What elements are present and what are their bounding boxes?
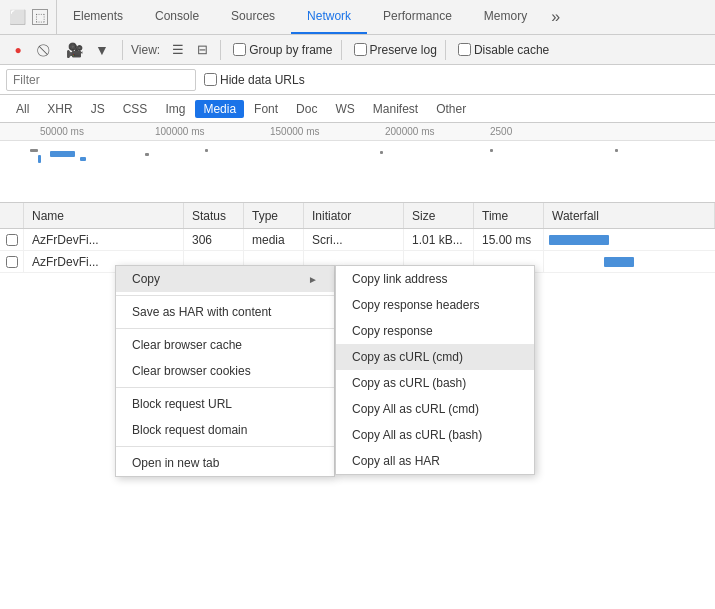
submenu-copy-curl-bash[interactable]: Copy as cURL (bash) <box>336 370 534 396</box>
context-menu-block-domain[interactable]: Block request domain <box>116 417 334 443</box>
td-size-1: 1.01 kB... <box>404 229 474 250</box>
type-filter-js[interactable]: JS <box>83 100 113 118</box>
submenu-copy-response-headers[interactable]: Copy response headers <box>336 292 534 318</box>
ruler-label-3: 150000 ms <box>270 126 319 137</box>
td-time-1: 15.00 ms <box>474 229 544 250</box>
type-filter-doc[interactable]: Doc <box>288 100 325 118</box>
ruler-label-1: 50000 ms <box>40 126 84 137</box>
submenu-copy-all-har[interactable]: Copy all as HAR <box>336 448 534 474</box>
ruler-label-2: 100000 ms <box>155 126 204 137</box>
tab-bar: ⬜ ⬚ ElementsConsoleSourcesNetworkPerform… <box>0 0 715 35</box>
context-menu-block-url[interactable]: Block request URL <box>116 391 334 417</box>
type-filter-xhr[interactable]: XHR <box>39 100 80 118</box>
context-menu-clear-cookies[interactable]: Clear browser cookies <box>116 358 334 384</box>
tab-items: ElementsConsoleSourcesNetworkPerformance… <box>57 0 543 34</box>
type-filter-css[interactable]: CSS <box>115 100 156 118</box>
view-tree-button[interactable]: ⊟ <box>192 40 212 60</box>
type-filter-ws[interactable]: WS <box>327 100 362 118</box>
tab-memory[interactable]: Memory <box>468 0 543 34</box>
context-menu-open-tab[interactable]: Open in new tab <box>116 450 334 476</box>
hide-data-urls-label: Hide data URLs <box>220 73 305 87</box>
context-menu-clear-cache[interactable]: Clear browser cache <box>116 332 334 358</box>
filter-bar: Hide data URLs <box>0 65 715 95</box>
disable-cache-checkbox-group[interactable]: Disable cache <box>458 43 549 57</box>
td-waterfall-2 <box>544 251 715 272</box>
record-button[interactable]: ● <box>6 38 30 62</box>
view-label: View: <box>131 43 160 57</box>
td-name-1: AzFrDevFi... <box>24 229 184 250</box>
th-time: Time <box>474 203 544 228</box>
type-filter-font[interactable]: Font <box>246 100 286 118</box>
divider-4 <box>445 40 446 60</box>
context-menu-copy-label: Copy <box>132 272 160 286</box>
submenu-copy-all-curl-bash[interactable]: Copy All as cURL (bash) <box>336 422 534 448</box>
timeline-area: 50000 ms 100000 ms 150000 ms 200000 ms 2… <box>0 123 715 203</box>
context-menu-box: Copy ► Copy link address Copy response h… <box>115 265 335 477</box>
group-by-frame-label: Group by frame <box>249 43 332 57</box>
ruler-label-5: 2500 <box>490 126 512 137</box>
preserve-log-checkbox-group[interactable]: Preserve log <box>354 43 437 57</box>
separator-2 <box>116 328 334 329</box>
th-status: Status <box>184 203 244 228</box>
hide-data-urls-checkbox[interactable] <box>204 73 217 86</box>
divider-2 <box>220 40 221 60</box>
th-waterfall: Waterfall <box>544 203 715 228</box>
ruler-label-4: 200000 ms <box>385 126 434 137</box>
type-filter-img[interactable]: Img <box>157 100 193 118</box>
filter-input[interactable] <box>6 69 196 91</box>
th-initiator: Initiator <box>304 203 404 228</box>
th-checkbox <box>0 203 24 228</box>
filter-button[interactable]: ▼ <box>90 38 114 62</box>
td-initiator-1: Scri... <box>304 229 404 250</box>
submenu-copy-curl-cmd[interactable]: Copy as cURL (cmd) <box>336 344 534 370</box>
table-row[interactable]: AzFrDevFi... 306 media Scri... 1.01 kB..… <box>0 229 715 251</box>
tab-elements[interactable]: Elements <box>57 0 139 34</box>
th-type: Type <box>244 203 304 228</box>
context-menu-save-har[interactable]: Save as HAR with content <box>116 299 334 325</box>
group-by-frame-checkbox[interactable] <box>233 43 246 56</box>
submenu: Copy link address Copy response headers … <box>335 265 535 475</box>
tab-sources[interactable]: Sources <box>215 0 291 34</box>
submenu-copy-all-curl-cmd[interactable]: Copy All as cURL (cmd) <box>336 396 534 422</box>
td-checkbox-1[interactable] <box>0 229 24 250</box>
th-size: Size <box>404 203 474 228</box>
group-by-frame-checkbox-group[interactable]: Group by frame <box>233 43 332 57</box>
type-filter-manifest[interactable]: Manifest <box>365 100 426 118</box>
divider-3 <box>341 40 342 60</box>
stop-button[interactable]: ⃠ <box>34 38 58 62</box>
separator-3 <box>116 387 334 388</box>
tab-network[interactable]: Network <box>291 0 367 34</box>
context-menu-copy[interactable]: Copy ► Copy link address Copy response h… <box>116 266 334 292</box>
th-name: Name <box>24 203 184 228</box>
preserve-log-label: Preserve log <box>370 43 437 57</box>
type-filter-bar: AllXHRJSCSSImgMediaFontDocWSManifestOthe… <box>0 95 715 123</box>
td-status-1: 306 <box>184 229 244 250</box>
type-filter-media[interactable]: Media <box>195 100 244 118</box>
submenu-copy-response[interactable]: Copy response <box>336 318 534 344</box>
more-tabs-button[interactable]: » <box>543 0 568 34</box>
table-header: Name Status Type Initiator Size Time Wat… <box>0 203 715 229</box>
separator-4 <box>116 446 334 447</box>
toolbar: ● ⃠ 🎥 ▼ View: ☰ ⊟ Group by frame Preserv… <box>0 35 715 65</box>
divider-1 <box>122 40 123 60</box>
disable-cache-label: Disable cache <box>474 43 549 57</box>
td-waterfall-1 <box>544 229 715 250</box>
tab-bar-icons: ⬜ ⬚ <box>0 0 57 34</box>
td-checkbox-2[interactable] <box>0 251 24 272</box>
type-filter-other[interactable]: Other <box>428 100 474 118</box>
preserve-log-checkbox[interactable] <box>354 43 367 56</box>
cursor-icon[interactable]: ⬜ <box>8 8 26 26</box>
td-type-1: media <box>244 229 304 250</box>
tab-console[interactable]: Console <box>139 0 215 34</box>
submenu-arrow-icon: ► <box>308 274 318 285</box>
hide-data-urls-group[interactable]: Hide data URLs <box>204 73 305 87</box>
disable-cache-checkbox[interactable] <box>458 43 471 56</box>
camera-button[interactable]: 🎥 <box>62 38 86 62</box>
inspect-icon[interactable]: ⬚ <box>32 9 48 25</box>
timeline-chart <box>0 141 715 203</box>
submenu-copy-link[interactable]: Copy link address <box>336 266 534 292</box>
type-filter-all[interactable]: All <box>8 100 37 118</box>
tab-performance[interactable]: Performance <box>367 0 468 34</box>
separator-1 <box>116 295 334 296</box>
view-list-button[interactable]: ☰ <box>168 40 188 60</box>
